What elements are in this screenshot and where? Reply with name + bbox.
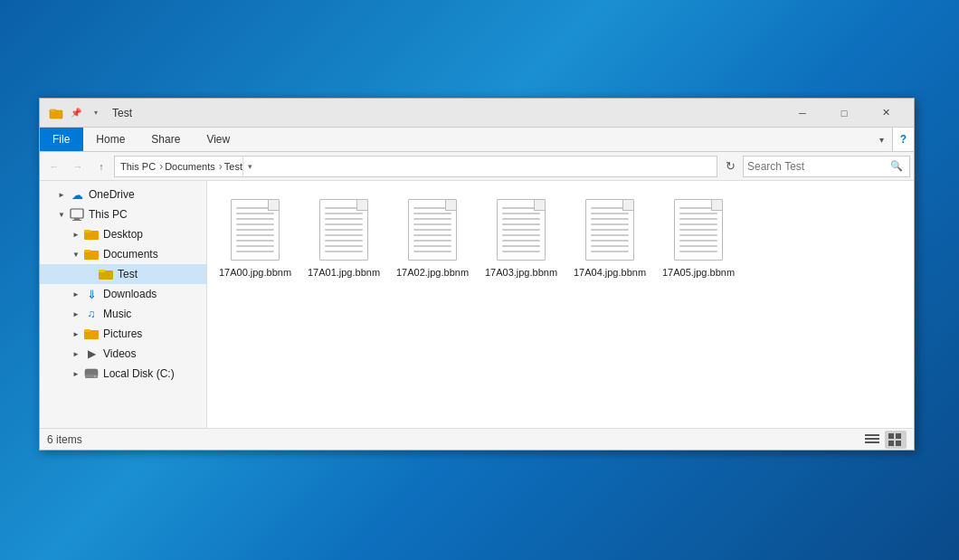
file-icon-0 bbox=[226, 194, 284, 266]
tab-share[interactable]: Share bbox=[138, 128, 194, 151]
minimize-button[interactable]: ─ bbox=[782, 99, 823, 128]
doc-line bbox=[679, 218, 717, 220]
tab-home[interactable]: Home bbox=[83, 128, 138, 151]
search-icon[interactable]: 🔍 bbox=[888, 157, 906, 176]
refresh-button[interactable]: ↻ bbox=[719, 156, 741, 177]
file-item[interactable]: 17A05.jpg.bbnm bbox=[658, 188, 739, 284]
file-icon-2 bbox=[404, 194, 461, 266]
large-icons-view-button[interactable] bbox=[885, 431, 907, 449]
doc-line bbox=[679, 223, 717, 225]
pictures-folder-icon bbox=[83, 326, 100, 342]
file-item[interactable]: 17A02.jpg.bbnm bbox=[392, 188, 473, 284]
sidebar-item-documents[interactable]: ▼ Documents bbox=[40, 244, 206, 264]
doc-line bbox=[502, 223, 540, 225]
drive-icon bbox=[83, 365, 100, 382]
doc-line bbox=[236, 234, 274, 236]
file-name: 17A03.jpg.bbnm bbox=[485, 266, 557, 279]
file-item[interactable]: 17A01.jpg.bbnm bbox=[303, 188, 385, 284]
sidebar-item-pictures[interactable]: ► Pictures bbox=[40, 324, 206, 344]
forward-button[interactable]: → bbox=[67, 156, 89, 177]
sidebar-item-test[interactable]: Test bbox=[40, 264, 206, 284]
path-dropdown-button[interactable]: ▾ bbox=[242, 156, 257, 177]
svg-rect-6 bbox=[84, 230, 90, 233]
tab-file[interactable]: File bbox=[40, 128, 83, 151]
file-item[interactable]: 17A00.jpg.bbnm bbox=[214, 188, 296, 284]
onedrive-icon: ☁ bbox=[69, 186, 85, 203]
details-view-button[interactable] bbox=[861, 431, 883, 449]
pin-icon[interactable]: 📌 bbox=[67, 104, 85, 122]
file-icon-1 bbox=[315, 194, 373, 266]
sidebar-item-downloads[interactable]: ► ⇓ Downloads bbox=[40, 284, 206, 304]
doc-line bbox=[325, 229, 363, 231]
document-icon bbox=[674, 199, 723, 261]
file-name: 17A04.jpg.bbnm bbox=[574, 266, 646, 279]
sidebar-item-desktop[interactable]: ► Desktop bbox=[40, 224, 206, 244]
svg-rect-17 bbox=[865, 438, 879, 440]
sidebar-label-pictures: Pictures bbox=[103, 327, 142, 340]
maximize-button[interactable]: □ bbox=[823, 99, 865, 128]
doc-line bbox=[591, 245, 629, 247]
tab-view[interactable]: View bbox=[194, 128, 243, 151]
doc-line bbox=[413, 218, 451, 220]
doc-corner bbox=[711, 200, 722, 211]
sidebar-item-localdisk[interactable]: ► Local Disk (C:) bbox=[40, 364, 206, 384]
doc-line bbox=[679, 234, 717, 236]
close-button[interactable]: ✕ bbox=[865, 99, 907, 128]
back-button[interactable]: ← bbox=[43, 156, 65, 177]
document-icon bbox=[585, 199, 634, 261]
item-count: 6 items bbox=[47, 433, 82, 446]
file-name: 17A01.jpg.bbnm bbox=[308, 266, 380, 279]
expand-arrow-desktop: ► bbox=[69, 224, 83, 244]
sidebar-item-music[interactable]: ► ♫ Music bbox=[40, 304, 206, 324]
ribbon-expand-button[interactable]: ▾ bbox=[870, 128, 892, 151]
ribbon: File Home Share View ▾ ? bbox=[40, 128, 914, 152]
downloads-icon: ⇓ bbox=[83, 286, 100, 302]
doc-line bbox=[679, 245, 717, 247]
music-icon: ♫ bbox=[83, 306, 100, 322]
expand-arrow-pictures: ► bbox=[69, 324, 83, 344]
documents-folder-icon bbox=[83, 246, 100, 262]
document-icon bbox=[408, 199, 457, 261]
doc-line bbox=[502, 229, 540, 231]
doc-line bbox=[236, 229, 274, 231]
expand-arrow-thispc: ▼ bbox=[54, 204, 69, 224]
file-icon-3 bbox=[492, 194, 550, 266]
file-item[interactable]: 17A04.jpg.bbnm bbox=[569, 188, 650, 284]
search-input[interactable] bbox=[747, 160, 888, 173]
content-area: 17A00.jpg.bbnm 17A01.jpg.bbnm 17A02.jpg.… bbox=[207, 181, 914, 428]
doc-line bbox=[236, 245, 274, 247]
down-arrow-icon[interactable]: ▾ bbox=[87, 104, 105, 122]
window-controls: ─ □ ✕ bbox=[782, 99, 907, 128]
doc-line bbox=[413, 229, 451, 231]
svg-point-15 bbox=[94, 375, 96, 377]
doc-line bbox=[413, 223, 451, 225]
sidebar-item-videos[interactable]: ► ▶ Videos bbox=[40, 344, 206, 364]
doc-line bbox=[502, 218, 540, 220]
doc-line bbox=[325, 218, 363, 220]
help-button[interactable]: ? bbox=[892, 128, 914, 151]
doc-line bbox=[502, 240, 540, 242]
doc-line bbox=[325, 251, 363, 252]
path-segment-test: Test bbox=[224, 161, 242, 172]
folder-icon bbox=[47, 104, 65, 122]
svg-rect-1 bbox=[50, 109, 56, 112]
doc-line bbox=[325, 245, 363, 247]
up-button[interactable]: ↑ bbox=[90, 156, 112, 177]
expand-arrow-videos: ► bbox=[69, 344, 83, 364]
file-item[interactable]: 17A03.jpg.bbnm bbox=[480, 188, 562, 284]
svg-rect-10 bbox=[99, 270, 105, 272]
search-box[interactable]: 🔍 bbox=[743, 156, 910, 177]
svg-rect-21 bbox=[888, 441, 894, 446]
svg-rect-20 bbox=[896, 433, 901, 439]
file-icon-5 bbox=[669, 194, 727, 266]
sidebar-item-onedrive[interactable]: ► ☁ OneDrive bbox=[40, 185, 206, 204]
path-segment-thispc: This PC › bbox=[120, 160, 165, 173]
sidebar-label-onedrive: OneDrive bbox=[89, 188, 135, 201]
doc-line bbox=[325, 213, 363, 214]
sidebar-item-thispc[interactable]: ▼ This PC bbox=[40, 204, 206, 224]
doc-line bbox=[591, 240, 629, 242]
address-path[interactable]: This PC › Documents › Test ▾ bbox=[114, 156, 717, 177]
doc-line bbox=[679, 251, 717, 252]
sidebar-label-videos: Videos bbox=[103, 347, 136, 360]
test-folder-icon bbox=[98, 266, 114, 282]
